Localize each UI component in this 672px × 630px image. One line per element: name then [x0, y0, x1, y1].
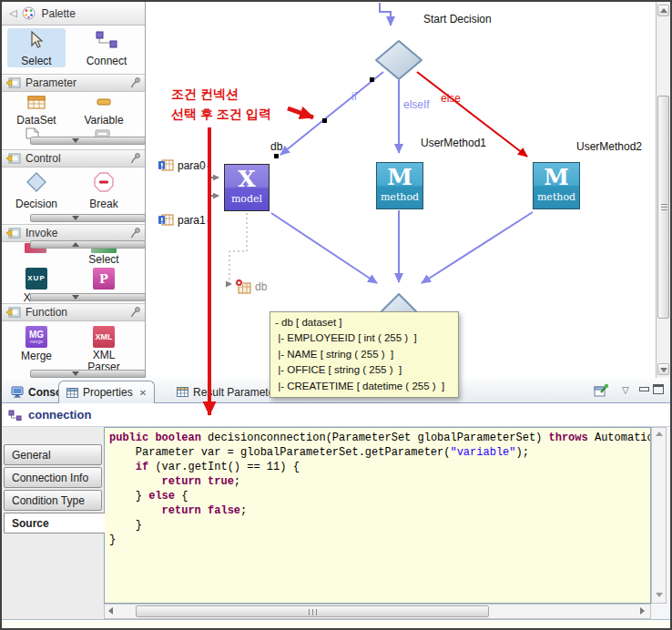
scroll-down-button[interactable]: [657, 363, 669, 375]
palette-item-dataset[interactable]: DataSet: [9, 96, 64, 127]
dataset-output-icon: [235, 279, 251, 294]
section-title: Invoke: [25, 227, 127, 239]
edge-else-label: else: [441, 92, 461, 105]
tool-select[interactable]: Select: [7, 28, 66, 67]
edge-if-label: if: [351, 90, 357, 103]
method-caption: method: [534, 191, 579, 203]
annotation-line2: 선택 후 조건 입력: [171, 107, 271, 123]
view-menu-icon[interactable]: ▽: [622, 385, 629, 395]
drawer-icon: [6, 153, 21, 165]
parameter-icon: [158, 213, 174, 227]
palette-item-label: Variable: [76, 114, 131, 127]
section-header-parameter[interactable]: Parameter: [2, 74, 145, 92]
parameter-para1[interactable]: para1: [158, 213, 206, 227]
properties-tab-column: General Connection Info Condition Type S…: [2, 427, 104, 628]
tab-result-parameter-label: Result Parameter: [193, 386, 278, 399]
start-decision-label: Start Decision: [423, 13, 492, 25]
selection-handle[interactable]: [370, 77, 374, 82]
palette-item-xml-parser[interactable]: XML XML Parser: [76, 326, 131, 373]
source-code-editor[interactable]: public boolean decisionconnection(Parame…: [104, 427, 651, 604]
palette-icon: [22, 6, 36, 20]
section-header-control[interactable]: Control: [2, 149, 145, 168]
edge-xmodel-to-end[interactable]: [271, 213, 377, 283]
palette-header: ◁ Palette: [2, 2, 145, 25]
scroll-left-icon[interactable]: [108, 607, 113, 615]
palette-scroll-down[interactable]: [30, 214, 146, 222]
drawer-icon: [6, 228, 21, 239]
tab-condition-type[interactable]: Condition Type: [4, 490, 102, 511]
tab-properties[interactable]: Properties ✕: [58, 381, 155, 403]
console-icon: [11, 386, 24, 398]
editor-horizontal-scrollbar[interactable]: [104, 604, 651, 619]
tab-result-parameter[interactable]: Result Parameter: [169, 381, 285, 403]
section-header-function[interactable]: Function: [2, 303, 145, 321]
bottom-trim: [2, 619, 670, 628]
parameter-para0[interactable]: para0: [158, 158, 206, 172]
drawer-icon: [6, 307, 21, 319]
palette-item-label: Merge: [9, 350, 64, 362]
section-title: Parameter: [25, 76, 127, 89]
palette-item-break[interactable]: Break: [76, 171, 131, 210]
code-line: return true;: [109, 474, 650, 489]
editor-vertical-scrollbar[interactable]: [651, 427, 667, 604]
edge-output-db[interactable]: [229, 213, 247, 284]
usermethod2-node[interactable]: M method: [533, 162, 580, 209]
pin-editor-icon[interactable]: [594, 383, 609, 397]
palette-collapse-icon[interactable]: ◁: [9, 7, 16, 19]
palette-panel: ◁ Palette Select Connect Parameter DataS…: [2, 2, 146, 378]
scroll-right-icon[interactable]: [640, 607, 645, 615]
scrollbar-thumb[interactable]: [136, 605, 489, 617]
palette-scroll-up[interactable]: [30, 240, 146, 249]
tab-connection-info[interactable]: Connection Info: [4, 467, 102, 488]
tooltip-line: |- NAME [ string ( 255 ) ]: [275, 347, 453, 362]
properties-panel: Console Properties ✕ Result Parameter ▽ …: [2, 378, 670, 628]
parameter-icon: [158, 158, 174, 172]
dataset-tooltip: - db [ dataset ] |- EMPLOYEEID [ int ( 2…: [270, 311, 459, 398]
pin-icon[interactable]: [131, 228, 140, 239]
edge-if[interactable]: [280, 72, 383, 155]
start-decision-node[interactable]: [376, 41, 422, 79]
tooltip-line: - db [ dataset ]: [275, 315, 453, 330]
tool-connect-label: Connect: [75, 55, 138, 67]
canvas-vertical-scrollbar[interactable]: [656, 2, 670, 378]
code-line: }: [109, 533, 650, 547]
section-header-invoke[interactable]: Invoke: [2, 224, 145, 242]
xmodel-node[interactable]: X model: [224, 164, 270, 211]
pin-icon[interactable]: [131, 153, 140, 164]
maximize-icon[interactable]: [653, 384, 664, 394]
palette-scroll-down[interactable]: [30, 137, 146, 145]
scrollbar-thumb[interactable]: [657, 96, 669, 319]
palette-scroll-down[interactable]: [30, 293, 146, 301]
output-db[interactable]: db: [235, 279, 267, 294]
scroll-up-button[interactable]: [657, 5, 669, 16]
pin-icon[interactable]: [131, 307, 140, 318]
connection-icon: [8, 410, 22, 421]
tab-general[interactable]: General: [4, 444, 102, 465]
code-line: if (var.getInt() == 11) {: [109, 460, 650, 474]
selection-handle[interactable]: [322, 118, 327, 123]
para0-label: para0: [178, 159, 206, 172]
tab-source[interactable]: Source: [4, 513, 105, 533]
usermethod1-node[interactable]: M method: [376, 162, 423, 209]
palette-item-decision[interactable]: Decision: [9, 171, 64, 210]
tooltip-line: |- CREATETIME [ datetime ( 255 ) ]: [275, 379, 453, 394]
cursor-icon: [28, 31, 45, 49]
selection-handle[interactable]: [274, 154, 279, 158]
tool-select-label: Select: [7, 55, 66, 67]
pin-icon[interactable]: [131, 77, 140, 88]
tool-connect[interactable]: Connect: [75, 28, 138, 67]
palette-item-merge[interactable]: MGmerge Merge: [9, 326, 64, 362]
usermethod1-label: UserMethod1: [421, 137, 486, 149]
code-line: return false;: [109, 503, 650, 518]
method-letter: M: [534, 164, 579, 191]
palette-item-variable[interactable]: Variable: [76, 96, 131, 127]
palette-scroll-down[interactable]: [30, 370, 146, 378]
xml-icon: XML: [93, 326, 115, 348]
palette-item-select-invoke[interactable]: Select: [76, 251, 131, 266]
entry-edge[interactable]: [380, 3, 391, 25]
palette-item-label: Select: [76, 253, 131, 266]
minimize-icon[interactable]: [639, 387, 649, 391]
code-line: } else {: [109, 489, 650, 503]
edge-usermethod2-to-end[interactable]: [422, 212, 533, 283]
close-icon[interactable]: ✕: [139, 388, 147, 398]
